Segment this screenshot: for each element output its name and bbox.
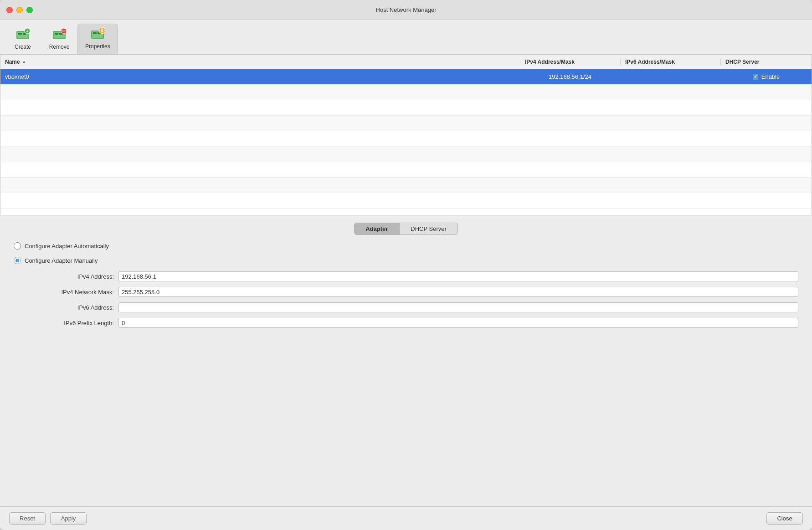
table-row-empty-4 bbox=[0, 131, 812, 147]
form-fields: IPv4 Address: IPv4 Network Mask: IPv6 Ad… bbox=[32, 271, 798, 328]
properties-label: Properties bbox=[85, 43, 110, 50]
table-header: Name ▲ IPv4 Address/Mask IPv6 Address/Ma… bbox=[0, 55, 812, 69]
main-window: Host Network Manager + Create bbox=[0, 0, 812, 530]
remove-label: Remove bbox=[49, 44, 70, 50]
window-title: Host Network Manager bbox=[376, 6, 437, 13]
reset-button[interactable]: Reset bbox=[9, 512, 46, 525]
ipv6-prefix-row: IPv6 Prefix Length: bbox=[32, 318, 798, 328]
table-row-empty-7 bbox=[0, 178, 812, 193]
ipv4-mask-row: IPv4 Network Mask: bbox=[32, 287, 798, 297]
row-dhcp-cell: Enable bbox=[720, 73, 812, 80]
ipv6-prefix-input[interactable] bbox=[118, 318, 798, 328]
properties-button[interactable]: Properties bbox=[77, 24, 118, 54]
table-body: vboxnet0 192.168.56.1/24 Enable bbox=[0, 69, 812, 215]
table-row-empty-5 bbox=[0, 147, 812, 162]
svg-rect-20 bbox=[102, 32, 103, 33]
col-dhcp: DHCP Server bbox=[720, 59, 812, 65]
radio-auto-label: Configure Adapter Automatically bbox=[25, 243, 109, 250]
svg-rect-8 bbox=[55, 33, 58, 35]
svg-rect-11 bbox=[62, 31, 66, 31]
col-ipv6: IPv6 Address/Mask bbox=[620, 59, 720, 65]
svg-rect-21 bbox=[99, 30, 100, 31]
radio-auto-option[interactable]: Configure Adapter Automatically bbox=[14, 242, 798, 250]
ipv4-address-label: IPv4 Address: bbox=[32, 273, 114, 280]
svg-text:+: + bbox=[26, 29, 29, 34]
create-label: Create bbox=[15, 44, 31, 50]
row-ipv4-cell: 192.168.56.1/24 bbox=[520, 73, 620, 80]
ipv6-prefix-label: IPv6 Prefix Length: bbox=[32, 320, 114, 326]
table-row-empty-8 bbox=[0, 193, 812, 209]
apply-button[interactable]: Apply bbox=[50, 512, 87, 525]
table-row[interactable]: vboxnet0 192.168.56.1/24 Enable bbox=[0, 69, 812, 85]
table-row-empty-6 bbox=[0, 162, 812, 178]
create-button[interactable]: + Create bbox=[5, 25, 41, 54]
svg-point-18 bbox=[102, 30, 103, 31]
row-name-cell: vboxnet0 bbox=[0, 73, 520, 80]
close-button[interactable]: Close bbox=[766, 512, 803, 525]
footer-right: Close bbox=[766, 512, 803, 525]
radio-auto-button[interactable] bbox=[14, 242, 21, 250]
tab-dhcp-server[interactable]: DHCP Server bbox=[399, 223, 458, 235]
bottom-panel: Adapter DHCP Server Configure Adapter Au… bbox=[0, 215, 812, 506]
dhcp-checkbox[interactable] bbox=[752, 74, 759, 80]
sort-arrow-icon: ▲ bbox=[22, 59, 26, 64]
ipv4-address-input[interactable] bbox=[118, 271, 798, 281]
footer: Reset Apply Close bbox=[0, 506, 812, 530]
properties-icon bbox=[90, 27, 105, 41]
col-name: Name ▲ bbox=[0, 59, 520, 65]
window-controls bbox=[6, 7, 33, 13]
ipv4-mask-label: IPv4 Network Mask: bbox=[32, 289, 114, 296]
toolbar: + Create Remove bbox=[0, 20, 812, 54]
radio-manual-label: Configure Adapter Manually bbox=[25, 257, 98, 264]
svg-rect-19 bbox=[102, 28, 103, 29]
create-icon: + bbox=[15, 27, 30, 42]
svg-rect-2 bbox=[18, 33, 22, 35]
remove-button[interactable]: Remove bbox=[41, 25, 77, 54]
ipv6-address-label: IPv6 Address: bbox=[32, 304, 114, 311]
ipv6-address-row: IPv6 Address: bbox=[32, 302, 798, 312]
adapter-form: Configure Adapter Automatically Configur… bbox=[0, 242, 812, 506]
close-window-button[interactable] bbox=[6, 7, 13, 13]
table-row-empty-3 bbox=[0, 116, 812, 131]
network-table: Name ▲ IPv4 Address/Mask IPv6 Address/Ma… bbox=[0, 54, 812, 215]
ipv4-address-row: IPv4 Address: bbox=[32, 271, 798, 281]
radio-manual-button[interactable] bbox=[14, 257, 21, 264]
ipv6-address-input[interactable] bbox=[118, 302, 798, 312]
col-ipv4: IPv4 Address/Mask bbox=[520, 59, 620, 65]
maximize-window-button[interactable] bbox=[26, 7, 33, 13]
table-row-empty-1 bbox=[0, 85, 812, 100]
svg-rect-22 bbox=[104, 30, 105, 31]
tab-bar: Adapter DHCP Server bbox=[0, 223, 812, 235]
remove-icon bbox=[52, 27, 67, 42]
minimize-window-button[interactable] bbox=[16, 7, 23, 13]
radio-manual-option[interactable]: Configure Adapter Manually bbox=[14, 257, 798, 264]
title-bar: Host Network Manager bbox=[0, 0, 812, 20]
ipv4-mask-input[interactable] bbox=[118, 287, 798, 297]
table-row-empty-2 bbox=[0, 100, 812, 116]
tab-adapter[interactable]: Adapter bbox=[354, 223, 399, 235]
svg-rect-14 bbox=[93, 32, 97, 34]
